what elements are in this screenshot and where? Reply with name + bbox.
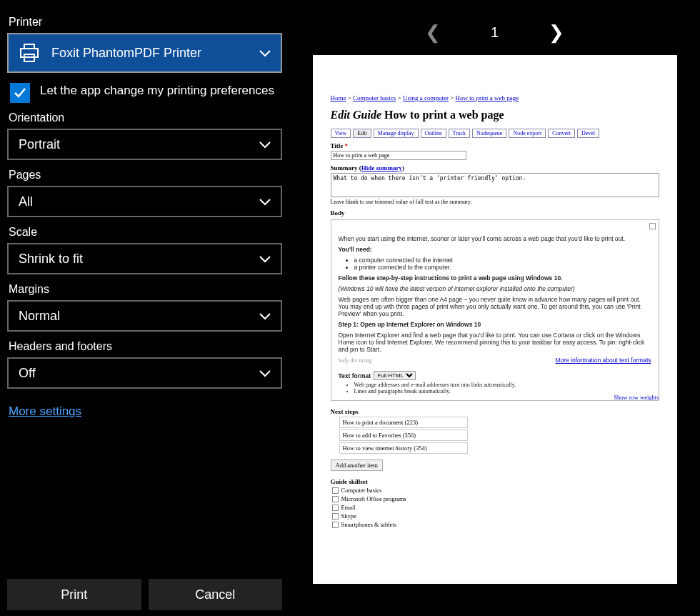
orientation-label: Orientation	[9, 111, 282, 124]
summary-hint: Leave blank to use trimmed value of full…	[331, 199, 659, 205]
chevron-down-icon	[259, 194, 271, 209]
breadcrumb: Home > Computer basics > Using a compute…	[331, 94, 659, 101]
scale-value: Shrink to fit	[19, 252, 83, 267]
more-info-link[interactable]: More information about text formats	[555, 357, 651, 364]
chevron-down-icon	[259, 46, 271, 61]
app-change-preferences-row[interactable]: Let the app change my printing preferenc…	[7, 83, 282, 103]
printer-icon	[19, 43, 40, 63]
tab-item[interactable]: Convert	[548, 129, 575, 138]
list-item[interactable]: How to view internet history (354)	[339, 442, 468, 454]
summary-field-label: Summary (Hide summary)	[331, 164, 659, 172]
orientation-dropdown[interactable]: Portrait	[7, 129, 282, 160]
tab-item[interactable]: Outline	[421, 129, 446, 138]
page-navigation: ❮ 1 ❯	[304, 21, 686, 44]
tab-item[interactable]: Edit	[353, 129, 371, 138]
pages-value: All	[19, 194, 33, 209]
scale-label: Scale	[9, 226, 282, 239]
checkbox-checked-icon[interactable]	[10, 83, 30, 103]
skill-item[interactable]: Computer basics	[332, 487, 659, 494]
printer-dropdown[interactable]: Foxit PhantomPDF Printer	[7, 33, 282, 73]
list-item[interactable]: How to print a document (223)	[339, 417, 468, 428]
skill-item[interactable]: Email	[332, 504, 659, 511]
text-format-select[interactable]: Full HTML	[374, 371, 416, 380]
svg-rect-1	[21, 49, 38, 57]
tab-item[interactable]: Manage display	[374, 129, 419, 138]
page-number: 1	[491, 24, 499, 41]
summary-input[interactable]: What to do when there isn't a 'printer f…	[331, 173, 659, 197]
tab-item[interactable]: Node export	[509, 129, 546, 138]
pages-dropdown[interactable]: All	[7, 186, 282, 217]
skill-item[interactable]: Microsoft Office programs	[332, 495, 659, 502]
print-button[interactable]: Print	[7, 579, 141, 610]
skill-item[interactable]: Smartphones & tablets	[332, 521, 659, 528]
tab-item[interactable]: Devel	[577, 129, 599, 138]
printer-label: Printer	[9, 16, 282, 29]
pages-label: Pages	[9, 169, 282, 182]
chevron-down-icon	[259, 309, 271, 324]
margins-label: Margins	[9, 283, 282, 296]
chevron-down-icon	[259, 137, 271, 152]
title-input[interactable]	[331, 151, 466, 160]
body-editor[interactable]: When you start using the internet, soone…	[331, 219, 659, 401]
headers-label: Headers and footers	[9, 340, 282, 353]
tab-item[interactable]: Track	[449, 129, 470, 138]
chevron-down-icon	[259, 252, 271, 267]
skillset-label: Guide skillset	[331, 478, 659, 485]
next-page-icon[interactable]: ❯	[549, 21, 564, 44]
printer-value: Foxit PhantomPDF Printer	[51, 46, 201, 61]
list-item[interactable]: How to add to Favorites (356)	[339, 429, 468, 441]
chevron-down-icon	[259, 366, 271, 381]
next-steps-label: Next steps	[331, 408, 659, 415]
cancel-button[interactable]: Cancel	[149, 579, 283, 610]
margins-dropdown[interactable]: Normal	[7, 300, 282, 332]
tab-item[interactable]: View	[331, 129, 351, 138]
preview-panel: ❮ 1 ❯ Home > Computer basics > Using a c…	[289, 0, 700, 616]
headers-dropdown[interactable]: Off	[7, 357, 282, 389]
print-preview-page: Home > Computer basics > Using a compute…	[313, 55, 677, 584]
more-settings-link[interactable]: More settings	[9, 404, 282, 419]
mini-checkbox[interactable]	[649, 223, 656, 229]
orientation-value: Portrait	[19, 137, 60, 152]
print-settings-panel: Printer Foxit PhantomPDF Printer Let the…	[0, 0, 289, 616]
content-tabs: View Edit Manage display Outline Track N…	[331, 129, 659, 138]
scale-dropdown[interactable]: Shrink to fit	[7, 243, 282, 274]
body-field-label: Body	[331, 209, 659, 217]
tab-item[interactable]: Nodequeue	[472, 129, 506, 138]
prev-page-icon[interactable]: ❮	[425, 21, 441, 44]
margins-value: Normal	[19, 309, 60, 324]
title-field-label: Title *	[331, 142, 659, 149]
add-item-button[interactable]: Add another item	[331, 459, 383, 471]
page-title: Edit Guide How to print a web page	[331, 109, 659, 121]
skill-item[interactable]: Skype	[332, 512, 659, 520]
headers-value: Off	[19, 366, 36, 381]
checkbox-label: Let the app change my printing preferenc…	[40, 83, 274, 99]
